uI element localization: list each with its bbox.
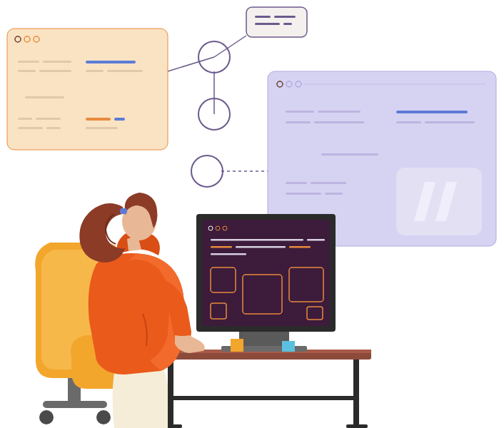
node-circle — [191, 156, 223, 187]
svg-rect-45 — [211, 239, 303, 241]
svg-rect-3 — [255, 23, 280, 25]
panel-card — [396, 168, 482, 235]
svg-rect-0 — [246, 7, 307, 37]
svg-rect-18 — [18, 127, 43, 129]
ponytail — [79, 203, 125, 263]
svg-rect-9 — [18, 70, 36, 72]
panel-left-code — [7, 29, 168, 150]
svg-rect-28 — [396, 121, 421, 123]
svg-rect-11 — [86, 70, 104, 72]
sticky-note — [282, 341, 295, 352]
svg-rect-41 — [168, 396, 359, 400]
svg-rect-13 — [25, 96, 64, 98]
svg-rect-40 — [346, 424, 368, 428]
svg-rect-34 — [325, 193, 343, 195]
svg-rect-32 — [311, 182, 346, 184]
panel-small-top — [246, 7, 307, 37]
svg-point-60 — [123, 219, 131, 230]
svg-rect-6 — [18, 61, 39, 63]
svg-point-58 — [39, 410, 54, 424]
svg-rect-26 — [286, 121, 311, 123]
connector-line — [168, 57, 214, 71]
svg-rect-25 — [396, 111, 468, 113]
svg-rect-1 — [255, 16, 271, 18]
svg-rect-4 — [283, 23, 292, 25]
svg-rect-10 — [39, 70, 71, 72]
svg-rect-31 — [286, 182, 307, 184]
svg-rect-57 — [43, 401, 107, 408]
desk — [153, 350, 371, 428]
svg-rect-49 — [289, 246, 311, 248]
monitor — [196, 214, 336, 352]
svg-rect-61 — [120, 208, 127, 214]
svg-rect-7 — [43, 61, 71, 63]
svg-rect-24 — [318, 111, 361, 113]
developer-illustration — [0, 0, 504, 428]
svg-rect-17 — [114, 118, 125, 121]
svg-point-59 — [96, 410, 111, 424]
svg-rect-14 — [18, 118, 32, 120]
svg-rect-47 — [211, 246, 232, 248]
svg-rect-2 — [274, 16, 296, 18]
svg-rect-19 — [46, 127, 61, 129]
svg-rect-29 — [425, 121, 475, 123]
svg-rect-8 — [86, 61, 136, 63]
monitor-screen — [202, 220, 330, 326]
svg-rect-12 — [107, 70, 143, 72]
svg-rect-23 — [286, 111, 314, 113]
svg-rect-20 — [86, 127, 118, 129]
svg-rect-5 — [7, 29, 168, 150]
svg-rect-30 — [321, 153, 378, 156]
person — [79, 193, 204, 428]
svg-rect-48 — [236, 246, 286, 248]
svg-rect-37 — [168, 360, 173, 428]
svg-rect-33 — [286, 193, 321, 195]
svg-rect-27 — [314, 121, 364, 123]
svg-rect-50 — [211, 253, 246, 255]
sticky-note — [231, 339, 243, 352]
svg-rect-16 — [86, 118, 111, 121]
svg-rect-15 — [36, 118, 61, 120]
svg-rect-46 — [307, 239, 325, 241]
svg-rect-38 — [353, 360, 359, 428]
